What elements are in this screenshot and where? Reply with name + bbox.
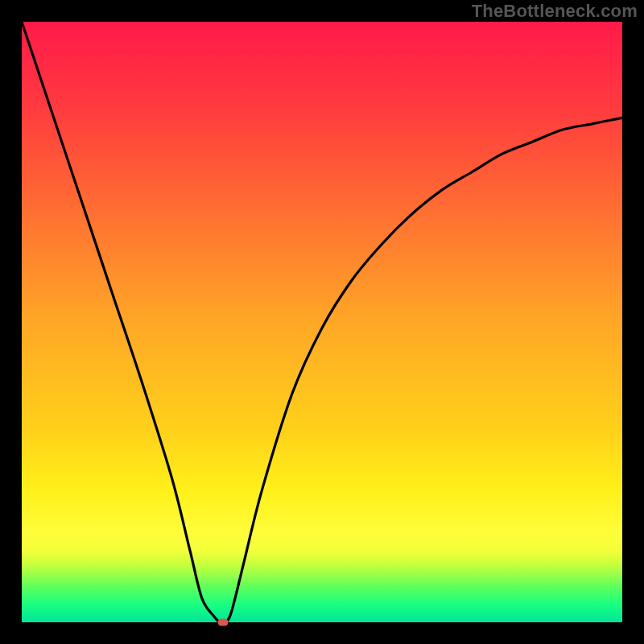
optimum-marker bbox=[217, 619, 228, 626]
watermark-label: TheBottleneck.com bbox=[472, 1, 638, 22]
plot-area bbox=[22, 22, 622, 622]
chart-frame: TheBottleneck.com bbox=[0, 0, 644, 644]
